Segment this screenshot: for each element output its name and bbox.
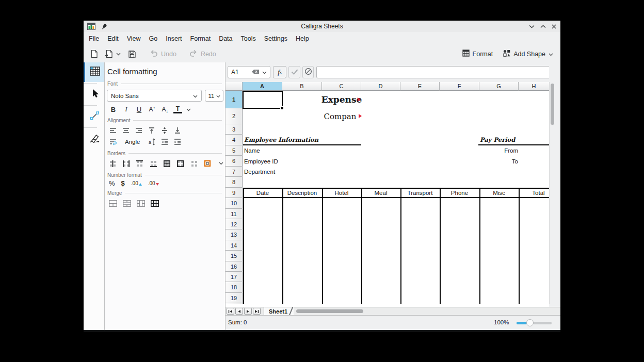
row-header-13[interactable]: 13 [226, 229, 243, 240]
border-all-icon[interactable] [163, 159, 170, 168]
formula-input[interactable] [316, 66, 554, 78]
align-right-icon[interactable] [135, 126, 143, 135]
cell-header-misc[interactable]: Misc [479, 189, 519, 197]
superscript-button[interactable]: A↑ [148, 106, 156, 113]
angle-button[interactable]: Angle [122, 139, 143, 145]
vertical-scrollbar-thumb[interactable] [551, 84, 554, 125]
cell-from-label[interactable]: From [479, 145, 518, 156]
row-header-7[interactable]: 7 [226, 167, 243, 177]
column-header-H[interactable]: H [519, 82, 549, 91]
row-header-15[interactable]: 15 [226, 251, 243, 261]
calligraphy-tool-button[interactable] [84, 129, 104, 149]
maximize-icon[interactable] [540, 25, 546, 28]
cell-employee-information[interactable]: Employee Information [243, 135, 361, 145]
row-header-1[interactable]: 1 [226, 91, 243, 108]
align-bottom-icon[interactable] [173, 126, 182, 135]
previous-sheet-button[interactable] [235, 308, 243, 315]
merge-horizontal-icon[interactable] [123, 199, 131, 207]
decrease-indent-icon[interactable] [160, 138, 169, 146]
sheet-grid[interactable]: A B C D E F G H 1 2 3 4 5 6 7 8 9 10 11 [226, 82, 549, 304]
row-header-20-partial[interactable] [226, 303, 243, 304]
open-document-button[interactable] [105, 50, 113, 58]
align-top-icon[interactable] [148, 126, 156, 135]
border-bottom-icon[interactable] [150, 159, 157, 168]
row-header-17[interactable]: 17 [226, 272, 243, 282]
menu-view[interactable]: View [123, 33, 144, 44]
column-header-C[interactable]: C [322, 82, 361, 91]
open-document-chevron-icon[interactable] [116, 53, 121, 56]
cell-header-date[interactable]: Date [243, 189, 282, 197]
column-header-A[interactable]: A [243, 82, 282, 91]
row-header-8[interactable]: 8 [226, 177, 243, 188]
border-color-swatch[interactable] [204, 159, 211, 168]
subscript-button[interactable]: A↓ [160, 106, 169, 113]
row-header-9[interactable]: 9 [226, 188, 243, 198]
menu-settings[interactable]: Settings [261, 33, 291, 44]
expense-table[interactable]: Date Description Hotel Meal Transport Ph… [243, 188, 549, 304]
select-all-corner[interactable] [226, 82, 243, 91]
cell-to-label[interactable]: To [479, 156, 518, 167]
vertical-scrollbar[interactable] [549, 82, 555, 304]
next-sheet-button[interactable] [244, 308, 252, 315]
cell-reference-box[interactable]: A1 [228, 66, 270, 78]
cell-pay-period[interactable]: Pay Period [478, 135, 549, 145]
clear-reference-icon[interactable] [251, 69, 260, 76]
menu-tools[interactable]: Tools [237, 33, 260, 44]
first-sheet-button[interactable] [227, 308, 234, 315]
increase-precision-button[interactable]: .00 [131, 180, 142, 186]
zoom-slider-handle[interactable] [526, 319, 534, 326]
border-outline-icon[interactable] [177, 159, 184, 168]
sheet-tab[interactable]: Sheet1 [264, 307, 294, 316]
increase-indent-icon[interactable] [173, 138, 182, 146]
row-header-3[interactable]: 3 [226, 124, 243, 135]
save-button[interactable] [128, 51, 136, 58]
cell-header-hotel[interactable]: Hotel [322, 189, 361, 197]
menu-data[interactable]: Data [215, 33, 236, 44]
row-header-2[interactable]: 2 [226, 108, 243, 124]
menu-insert[interactable]: Insert [162, 33, 185, 44]
cell-tool-button[interactable] [84, 62, 104, 82]
new-document-button[interactable] [90, 50, 98, 58]
row-header-5[interactable]: 5 [226, 145, 243, 156]
row-header-10[interactable]: 10 [226, 198, 243, 209]
row-header-6[interactable]: 6 [226, 156, 243, 167]
selection-tool-button[interactable] [84, 85, 104, 104]
column-header-G[interactable]: G [479, 82, 519, 91]
font-size-select[interactable]: 11 [205, 90, 223, 102]
wrap-text-icon[interactable] [109, 138, 117, 146]
row-header-14[interactable]: 14 [226, 240, 243, 251]
merge-cells-icon[interactable] [109, 199, 117, 207]
cell-department-label[interactable]: Department [244, 167, 296, 177]
cell-header-total[interactable]: Total [519, 189, 549, 197]
borders-chevron-icon[interactable] [218, 159, 225, 168]
text-color-chevron-icon[interactable] [186, 106, 191, 112]
currency-format-button[interactable]: $ [121, 179, 125, 187]
border-left-right-icon[interactable] [122, 159, 130, 168]
cell-company[interactable]: Compan [322, 108, 358, 124]
cell-header-phone[interactable]: Phone [440, 189, 479, 197]
cell-title-expense[interactable]: Expense [322, 91, 361, 108]
undo-button[interactable]: Undo [150, 50, 176, 58]
column-header-F[interactable]: F [440, 82, 479, 91]
row-header-11[interactable]: 11 [226, 209, 243, 219]
last-sheet-button[interactable] [253, 308, 261, 315]
row-header-16[interactable]: 16 [226, 261, 243, 272]
align-center-icon[interactable] [122, 126, 130, 135]
format-button[interactable]: Format [462, 50, 493, 58]
horizontal-scrollbar-thumb[interactable] [296, 309, 363, 313]
row-header-19[interactable]: 19 [226, 293, 243, 303]
align-vcenter-icon[interactable] [160, 126, 169, 135]
decrease-precision-button[interactable]: .00 [148, 180, 159, 186]
column-header-B[interactable]: B [282, 82, 322, 91]
menu-help[interactable]: Help [292, 33, 313, 44]
cell-header-description[interactable]: Description [282, 189, 322, 197]
align-left-icon[interactable] [109, 126, 117, 135]
formula-input-field[interactable] [320, 69, 551, 76]
menu-format[interactable]: Format [187, 33, 215, 44]
cell-header-meal[interactable]: Meal [361, 189, 400, 197]
connector-tool-button[interactable] [84, 107, 104, 126]
column-header-D[interactable]: D [361, 82, 400, 91]
row-header-12[interactable]: 12 [226, 219, 243, 229]
font-family-select[interactable]: Noto Sans [107, 90, 202, 102]
cell-name-label[interactable]: Name [244, 145, 296, 156]
